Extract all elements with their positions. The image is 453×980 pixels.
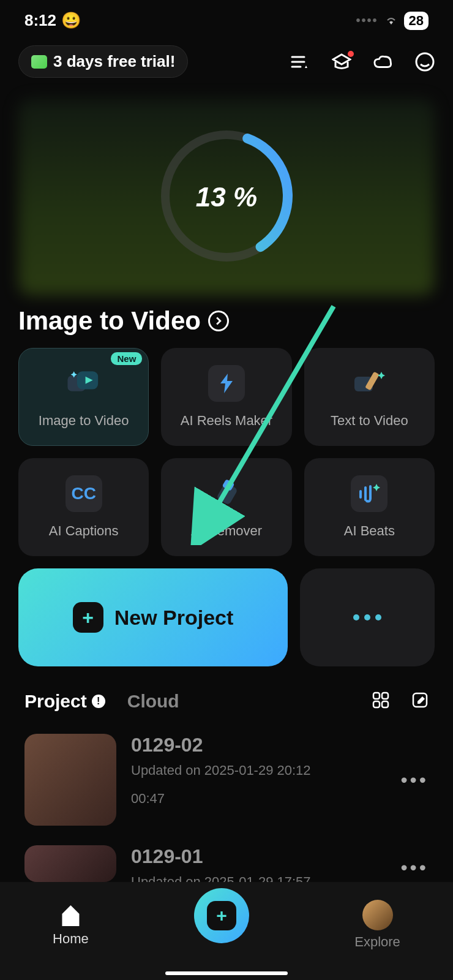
nav-explore[interactable]: Explore: [354, 900, 400, 950]
nav-explore-label: Explore: [354, 934, 400, 950]
image-to-video-icon: [66, 365, 102, 402]
tab-project-label: Project: [24, 691, 87, 712]
trial-label: 3 days free trial!: [53, 52, 175, 71]
project-list: 0129-02 Updated on 2025-01-29 20:12 00:4…: [0, 718, 453, 906]
feature-text-to-video[interactable]: Text to Video: [304, 348, 435, 446]
feature-label: Text to Video: [331, 413, 408, 429]
svg-rect-17: [382, 701, 388, 707]
project-name: 0129-02: [131, 734, 386, 756]
tab-project[interactable]: Project !: [24, 691, 105, 712]
progress-percent: 13 %: [196, 182, 257, 213]
svg-rect-16: [373, 701, 380, 707]
notification-dot-icon: [348, 51, 354, 57]
music-icon: [351, 475, 387, 512]
svg-rect-15: [382, 693, 388, 699]
new-project-button[interactable]: + New Project: [18, 568, 288, 666]
new-project-label: New Project: [114, 606, 234, 630]
progress-ring: 13 %: [156, 126, 297, 269]
home-icon: [58, 903, 83, 927]
tab-cloud-label: Cloud: [127, 691, 179, 712]
account-icon[interactable]: [415, 52, 435, 72]
feature-ai-reels-maker[interactable]: AI Reels Maker: [161, 348, 291, 446]
tabs-row: Project ! Cloud: [0, 679, 453, 718]
fab-create[interactable]: +: [194, 888, 249, 943]
eraser-icon: [208, 475, 245, 512]
cloud-icon[interactable]: [373, 52, 393, 72]
nav-icons: [290, 52, 435, 72]
project-duration: 00:47: [131, 791, 386, 807]
top-nav: 3 days free trial!: [0, 36, 453, 87]
feature-title[interactable]: Image to Video: [0, 301, 453, 348]
feature-label: AI Reels Maker: [181, 413, 272, 429]
trial-button[interactable]: 3 days free trial!: [18, 45, 188, 78]
svg-point-3: [416, 53, 433, 70]
feature-ai-captions[interactable]: CC AI Captions: [18, 458, 149, 556]
feature-ai-remover[interactable]: AI Remover: [161, 458, 291, 556]
dots-icon: [353, 614, 359, 620]
progress-card[interactable]: 13 %: [0, 93, 453, 301]
tab-cloud[interactable]: Cloud: [127, 691, 179, 712]
battery-badge: 28: [404, 12, 429, 30]
plus-icon: +: [73, 602, 103, 633]
list-sparkle-icon[interactable]: [290, 52, 310, 72]
project-more-icon[interactable]: •••: [400, 769, 429, 791]
project-thumbnail: [24, 734, 116, 826]
feature-image-to-video[interactable]: New Image to Video: [18, 348, 149, 446]
home-indicator: [165, 971, 288, 975]
nav-home[interactable]: Home: [53, 903, 89, 947]
project-info: 0129-02 Updated on 2025-01-29 20:12 00:4…: [131, 734, 386, 807]
pencil-sparkle-icon: [351, 365, 387, 402]
avatar-icon: [362, 900, 393, 930]
bottom-nav: Home + Explore: [0, 882, 453, 980]
signal-icon: ••••: [356, 13, 378, 28]
edit-icon[interactable]: [411, 692, 429, 711]
project-more-icon[interactable]: •••: [400, 856, 429, 879]
nav-home-label: Home: [53, 931, 89, 947]
feature-grid: New Image to Video AI Reels Maker Text t…: [0, 348, 453, 556]
status-right: •••• 28: [356, 11, 429, 30]
time-label: 8:12: [24, 11, 56, 30]
feature-label: Image to Video: [39, 413, 129, 429]
feature-label: AI Beats: [344, 523, 395, 539]
feature-label: AI Captions: [49, 523, 119, 539]
academy-icon[interactable]: [332, 52, 351, 72]
feature-title-label: Image to Video: [18, 306, 201, 336]
new-badge: New: [111, 352, 142, 365]
project-thumbnail: [24, 845, 116, 882]
smiley-icon: 😀: [61, 11, 81, 30]
action-row: + New Project: [0, 556, 453, 679]
more-button[interactable]: [300, 568, 435, 666]
project-name: 0129-01: [131, 845, 386, 868]
grid-view-icon[interactable]: [372, 692, 389, 711]
feature-label: AI Remover: [191, 523, 262, 539]
tabs-actions: [372, 692, 429, 711]
info-badge-icon: !: [92, 695, 105, 708]
project-updated: Updated on 2025-01-29 20:12: [131, 763, 386, 778]
feature-ai-beats[interactable]: AI Beats: [304, 458, 435, 556]
project-item[interactable]: 0129-02 Updated on 2025-01-29 20:12 00:4…: [24, 724, 429, 835]
crown-icon: [31, 55, 47, 69]
status-bar: 8:12 😀 •••• 28: [0, 0, 453, 36]
status-time: 8:12 😀: [24, 11, 81, 30]
chevron-right-icon: [208, 311, 229, 331]
wifi-icon: [384, 11, 398, 30]
plus-icon: +: [207, 901, 236, 930]
cc-icon: CC: [66, 475, 102, 512]
svg-rect-14: [373, 693, 380, 699]
bolt-icon: [208, 365, 245, 402]
